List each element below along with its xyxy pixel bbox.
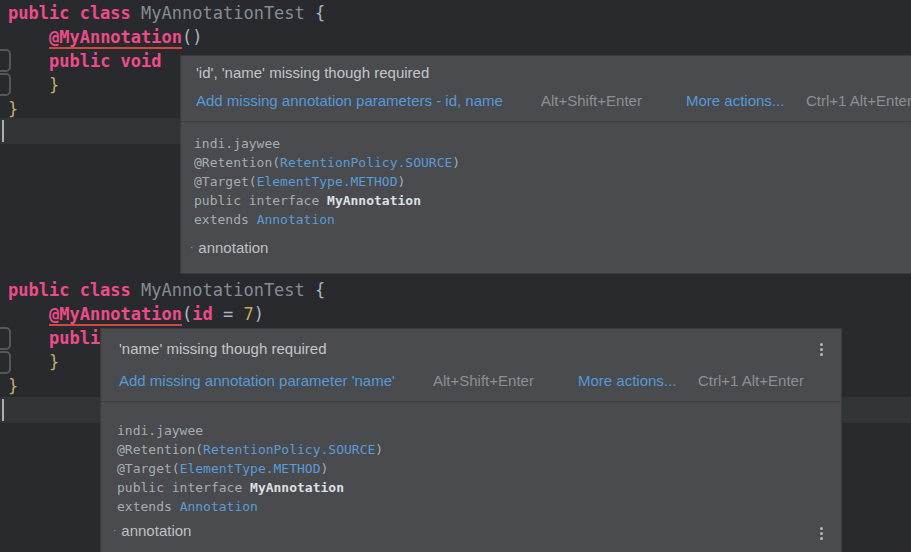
doc-link[interactable]: RetentionPolicy.SOURCE (203, 442, 375, 457)
doc-footer: ·annotation (190, 239, 268, 256)
doc-footer-text: annotation (198, 239, 268, 256)
bullet-icon: · (190, 242, 193, 253)
code-line: public (8, 326, 110, 350)
doc-declaration-line: public interface MyAnnotation (117, 480, 344, 496)
code-line: } (8, 97, 18, 121)
indent (8, 27, 49, 47)
attribute-name: id (192, 304, 212, 324)
kebab-menu-icon[interactable] (814, 525, 828, 541)
annotation-error-text: @MyAnnotation (49, 27, 182, 49)
doc-link[interactable]: Annotation (180, 499, 258, 514)
code-line: } (8, 73, 59, 97)
indent (8, 51, 49, 71)
text-caret (2, 120, 4, 142)
number-literal: 7 (243, 304, 253, 324)
doc-footer: ·annotation (113, 522, 191, 539)
open-brace: { (315, 280, 325, 300)
doc-footer-text: annotation (121, 522, 191, 539)
doc-link[interactable]: ElementType.METHOD (180, 461, 321, 476)
doc-declaration-line: public interface MyAnnotation (194, 193, 421, 209)
doc-text: ) (375, 442, 383, 457)
doc-text: extends (194, 212, 257, 227)
more-actions-link[interactable]: More actions... (686, 92, 784, 109)
code-line: @MyAnnotation(id = 7) (8, 302, 264, 326)
quick-fix-link[interactable]: Add missing annotation parameters - id, … (196, 92, 503, 109)
doc-type-name: MyAnnotation (327, 193, 421, 208)
keyword-text: public class (8, 3, 131, 23)
quick-fix-shortcut: Alt+Shift+Enter (433, 372, 534, 389)
doc-package: indi.jaywee (194, 136, 280, 152)
doc-text: public interface (117, 480, 250, 495)
intention-popup-bottom: 'name' missing though required Add missi… (100, 328, 842, 552)
keyword-text: public void (49, 51, 162, 71)
parens: () (182, 27, 202, 47)
class-name-text: MyAnnotationTest (131, 280, 315, 300)
doc-retention-line: @Retention(RetentionPolicy.SOURCE) (117, 442, 383, 458)
open-brace: { (315, 3, 325, 23)
more-actions-link[interactable]: More actions... (578, 372, 676, 389)
doc-target-line: @Target(ElementType.METHOD) (117, 461, 328, 477)
code-line: public void (8, 49, 162, 73)
doc-type-name: MyAnnotation (250, 480, 344, 495)
quick-fix-shortcut: Alt+Shift+Enter (541, 92, 642, 109)
doc-link[interactable]: RetentionPolicy.SOURCE (280, 155, 452, 170)
doc-text: extends (117, 499, 180, 514)
popup-divider (101, 401, 841, 402)
intention-popup-top: 'id', 'name' missing though required Add… (180, 55, 911, 274)
doc-link[interactable]: Annotation (257, 212, 335, 227)
close-paren: ) (254, 304, 264, 324)
annotation-error-text: @MyAnnotation (49, 304, 182, 326)
code-line: @MyAnnotation() (8, 25, 203, 49)
class-name-text: MyAnnotationTest (131, 3, 315, 23)
code-line: public class MyAnnotationTest { (8, 278, 325, 302)
doc-text: public interface (194, 193, 327, 208)
doc-retention-line: @Retention(RetentionPolicy.SOURCE) (194, 155, 460, 171)
code-line: } (8, 350, 59, 374)
open-paren: ( (182, 304, 192, 324)
doc-target-line: @Target(ElementType.METHOD) (194, 174, 405, 190)
indent (8, 328, 49, 348)
more-actions-shortcut: Ctrl+1 Alt+Enter (806, 92, 911, 109)
doc-text: @Retention( (117, 442, 203, 457)
doc-link[interactable]: ElementType.METHOD (257, 174, 398, 189)
error-message: 'name' missing though required (119, 340, 327, 357)
doc-package: indi.jaywee (117, 423, 203, 439)
doc-text: ) (321, 461, 329, 476)
keyword-text: public class (8, 280, 131, 300)
indent (8, 304, 49, 324)
operator: = (213, 304, 244, 324)
doc-text: @Target( (194, 174, 257, 189)
quick-fix-link[interactable]: Add missing annotation parameter 'name' (119, 372, 395, 389)
bullet-icon: · (113, 525, 116, 536)
code-line: } (8, 374, 18, 398)
doc-extends-line: extends Annotation (117, 499, 258, 515)
ide-screen: public class MyAnnotationTest { @MyAnnot… (0, 0, 911, 552)
doc-text: @Retention( (194, 155, 280, 170)
doc-extends-line: extends Annotation (194, 212, 335, 228)
popup-divider (181, 121, 911, 122)
kebab-menu-icon[interactable] (814, 341, 828, 357)
doc-text: ) (398, 174, 406, 189)
code-line: public class MyAnnotationTest { (8, 1, 325, 25)
text-caret (2, 399, 4, 421)
more-actions-shortcut: Ctrl+1 Alt+Enter (698, 372, 804, 389)
error-message: 'id', 'name' missing though required (196, 64, 429, 81)
doc-text: ) (452, 155, 460, 170)
doc-text: @Target( (117, 461, 180, 476)
